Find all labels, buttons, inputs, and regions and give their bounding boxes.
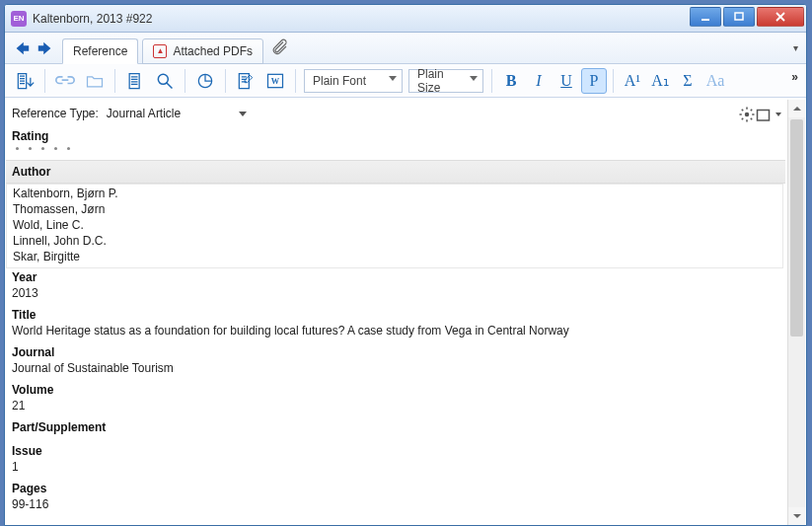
chart-button[interactable] [191, 67, 219, 95]
underline-button[interactable]: U [554, 68, 579, 94]
tab-bar: Reference ▲ Attached PDFs ▾ [5, 33, 806, 64]
scroll-thumb[interactable] [790, 119, 803, 337]
issue-field[interactable]: 1 [12, 460, 785, 476]
field-settings-button[interactable] [738, 106, 781, 123]
author-line: Wold, Line C. [13, 218, 782, 234]
volume-field[interactable]: 21 [12, 399, 785, 414]
issue-label: Issue [12, 442, 785, 460]
reference-type-select[interactable]: Journal Article [103, 106, 250, 121]
close-button[interactable] [757, 7, 804, 27]
bold-button[interactable]: B [498, 68, 524, 94]
author-field[interactable]: Kaltenborn, Bjørn P. Thomassen, Jørn Wol… [6, 184, 783, 268]
subscript-button[interactable]: A₁ [647, 68, 673, 94]
pdf-icon: ▲ [153, 44, 167, 58]
case-button[interactable]: Aa [702, 68, 728, 94]
pages-label: Pages [12, 480, 785, 497]
journal-label: Journal [12, 343, 785, 361]
volume-label: Volume [12, 381, 785, 399]
svg-rect-0 [701, 19, 709, 21]
window-title: Kaltenborn, 2013 #922 [33, 12, 152, 26]
italic-button[interactable]: I [526, 68, 552, 94]
app-icon: EN [11, 11, 27, 27]
font-size-value: Plain Size [417, 67, 463, 95]
maximize-button[interactable] [723, 7, 755, 27]
author-line: Linnell, John D.C. [13, 234, 782, 250]
author-line: Skar, Birgitte [13, 250, 782, 265]
folder-button[interactable] [81, 67, 109, 95]
vertical-scrollbar[interactable] [787, 100, 805, 525]
tabbar-overflow[interactable]: ▾ [793, 42, 798, 53]
reference-type-label: Reference Type: [12, 107, 99, 120]
titlebar: EN Kaltenborn, 2013 #922 [5, 5, 806, 33]
font-size-select[interactable]: Plain Size [408, 69, 483, 93]
attachment-icon[interactable] [271, 38, 289, 58]
link-button[interactable] [51, 67, 79, 95]
author-line: Thomassen, Jørn [13, 202, 782, 218]
part-label: Part/Supplement [12, 418, 785, 436]
reference-type-value: Journal Article [107, 107, 181, 120]
journal-field[interactable]: Journal of Sustainable Tourism [12, 361, 785, 377]
plain-button[interactable]: P [581, 68, 607, 94]
search-button[interactable] [151, 67, 179, 95]
export-button[interactable] [11, 67, 38, 95]
tab-reference-label: Reference [73, 44, 127, 58]
toolbar-overflow[interactable]: » [791, 70, 798, 84]
year-field[interactable]: 2013 [12, 286, 785, 302]
scroll-up-button[interactable] [788, 100, 805, 117]
scroll-down-button[interactable] [788, 507, 805, 525]
svg-point-6 [745, 113, 750, 117]
title-label: Title [12, 306, 785, 324]
reference-form: Reference Type: Journal Article Rating [6, 100, 785, 525]
font-face-value: Plain Font [313, 74, 366, 88]
part-field[interactable] [12, 436, 785, 438]
svg-rect-7 [758, 111, 770, 121]
document-button[interactable] [121, 67, 149, 95]
svg-text:W: W [271, 77, 280, 86]
nav-back-button[interactable] [11, 38, 33, 59]
title-field[interactable]: World Heritage status as a foundation fo… [12, 324, 785, 339]
minimize-button[interactable] [690, 7, 721, 27]
pages-field[interactable]: 99-116 [12, 497, 785, 513]
tab-reference[interactable]: Reference [62, 38, 138, 64]
notes-button[interactable] [232, 67, 259, 95]
year-label: Year [12, 268, 785, 286]
word-button[interactable]: W [261, 67, 289, 95]
tab-attached-pdfs[interactable]: ▲ Attached PDFs [142, 38, 263, 64]
superscript-button[interactable]: A¹ [620, 68, 645, 94]
rating-label: Rating [12, 127, 785, 145]
font-face-select[interactable]: Plain Font [304, 69, 403, 93]
rating-control[interactable] [12, 145, 785, 156]
svg-rect-1 [735, 13, 743, 20]
nav-forward-button[interactable] [35, 38, 56, 59]
toolbar: W Plain Font Plain Size B I U P A¹ A₁ Σ … [5, 64, 806, 98]
symbol-button[interactable]: Σ [675, 68, 701, 94]
author-label: Author [12, 163, 785, 181]
author-line: Kaltenborn, Bjørn P. [13, 187, 782, 202]
tab-attached-pdfs-label: Attached PDFs [173, 44, 253, 58]
